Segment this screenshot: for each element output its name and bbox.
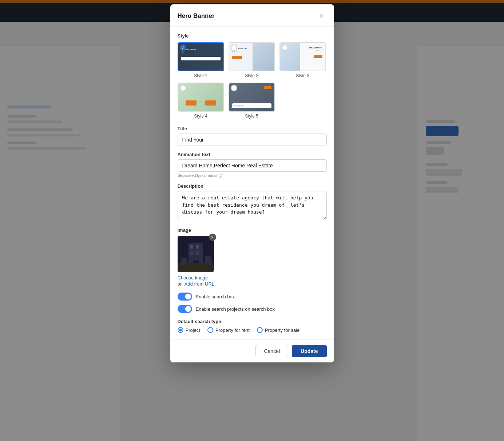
svg-rect-5 bbox=[196, 251, 199, 255]
animation-text-form-group: Animation text Separated by commas (,) bbox=[178, 152, 327, 178]
radio-project-label: Project bbox=[186, 327, 200, 333]
add-url-row: or Add from URL bbox=[178, 281, 327, 287]
style4-radio bbox=[180, 85, 186, 91]
description-textarea[interactable]: We are a real estate agency that will he… bbox=[178, 191, 327, 220]
style-option-1[interactable]: Find Your Perfect Home Style 1 bbox=[178, 42, 224, 78]
style-option-3[interactable]: Indulge in Your Sell House... Style 3 bbox=[279, 42, 326, 78]
radio-rent-label: Property for rent bbox=[215, 327, 250, 333]
description-form-group: Description We are a real estate agency … bbox=[178, 183, 327, 222]
radio-project-circle bbox=[178, 327, 183, 333]
svg-rect-6 bbox=[190, 257, 193, 261]
svg-rect-4 bbox=[190, 251, 193, 255]
search-box-toggle[interactable] bbox=[178, 293, 192, 301]
description-label: Description bbox=[178, 183, 327, 189]
style-section-label: Style bbox=[178, 33, 327, 39]
style2-label: Style 2 bbox=[229, 73, 275, 78]
toggles-group: Enable search box Enable search projects… bbox=[178, 293, 327, 313]
choose-image-link[interactable]: Choose image bbox=[178, 275, 327, 281]
radio-option-property-sale[interactable]: Property for sale bbox=[257, 327, 299, 333]
style3-label: Style 3 bbox=[279, 73, 326, 78]
radio-sale-label: Property for sale bbox=[265, 327, 299, 333]
building-image bbox=[178, 236, 214, 272]
title-input[interactable] bbox=[178, 134, 327, 146]
toggle-row-search-projects: Enable search projects on search box bbox=[178, 305, 327, 313]
svg-rect-10 bbox=[181, 258, 187, 265]
search-projects-toggle[interactable] bbox=[178, 305, 192, 313]
search-type-label: Default search type bbox=[178, 319, 327, 324]
image-thumbnail bbox=[178, 236, 214, 272]
modal-body: Style Find Your Perfect Home Style 1 bbox=[170, 27, 334, 339]
animation-text-hint: Separated by commas (,) bbox=[178, 173, 327, 178]
update-button[interactable]: Update bbox=[292, 345, 326, 357]
radio-option-project[interactable]: Project bbox=[178, 327, 200, 333]
toggle-row-search-box: Enable search box bbox=[178, 293, 327, 301]
svg-rect-7 bbox=[196, 257, 199, 261]
style-option-2[interactable]: Find a Home That Perfectly... Style 2 bbox=[229, 42, 275, 78]
animation-text-input[interactable] bbox=[178, 159, 327, 172]
image-links: Choose image or Add from URL bbox=[178, 275, 327, 287]
image-remove-button[interactable]: × bbox=[209, 234, 216, 241]
title-form-group: Title bbox=[178, 126, 327, 146]
cancel-button[interactable]: Cancel bbox=[255, 345, 288, 357]
style2-radio bbox=[231, 44, 237, 51]
style1-radio bbox=[180, 44, 186, 51]
style-option-5[interactable]: Property listing... Style 5 bbox=[229, 83, 275, 119]
style4-label: Style 4 bbox=[178, 114, 224, 119]
modal-header: Hero Banner × bbox=[170, 4, 334, 27]
radio-sale-circle bbox=[257, 327, 263, 333]
title-label: Title bbox=[178, 126, 327, 131]
search-projects-toggle-label: Enable search projects on search box bbox=[196, 306, 275, 312]
style-grid: Find Your Perfect Home Style 1 Find a Ho… bbox=[178, 42, 327, 119]
style-option-4[interactable]: Style 4 bbox=[178, 83, 224, 119]
modal-close-button[interactable]: × bbox=[317, 11, 327, 21]
add-url-prefix: or bbox=[178, 281, 182, 287]
image-form-group: Image bbox=[178, 227, 327, 287]
default-search-type-section: Default search type Project Property for… bbox=[178, 319, 327, 333]
search-type-radio-row: Project Property for rent Property for s… bbox=[178, 327, 327, 333]
style5-radio bbox=[231, 85, 237, 91]
search-box-toggle-label: Enable search box bbox=[196, 294, 235, 299]
style5-label: Style 5 bbox=[229, 114, 275, 119]
svg-rect-3 bbox=[196, 245, 199, 249]
animation-text-label: Animation text bbox=[178, 152, 327, 157]
svg-rect-11 bbox=[205, 256, 211, 265]
radio-rent-circle bbox=[207, 327, 213, 333]
image-section-label: Image bbox=[178, 227, 327, 233]
modal-footer: Cancel Update bbox=[170, 339, 334, 362]
style1-label: Style 1 bbox=[178, 73, 224, 78]
search-projects-slider bbox=[178, 305, 192, 313]
radio-option-property-rent[interactable]: Property for rent bbox=[207, 327, 250, 333]
hero-banner-modal: Hero Banner × Style Find Your Perfect Ho… bbox=[170, 4, 334, 362]
svg-rect-2 bbox=[190, 245, 193, 249]
modal-title: Hero Banner bbox=[178, 12, 215, 20]
search-box-slider bbox=[178, 293, 192, 301]
add-from-url-link[interactable]: Add from URL bbox=[184, 281, 214, 287]
image-thumb-wrapper: × bbox=[178, 236, 214, 272]
style3-radio bbox=[282, 44, 288, 51]
